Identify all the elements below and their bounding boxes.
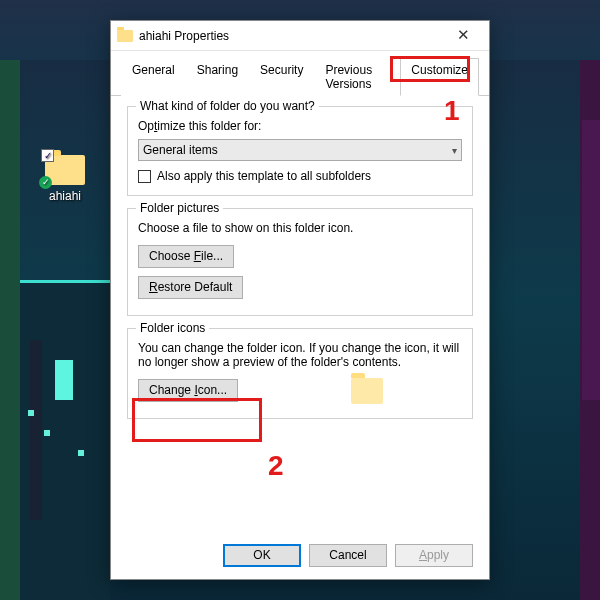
group-legend: What kind of folder do you want? <box>136 99 319 113</box>
checkbox-overlay-icon: ✓ <box>41 149 54 162</box>
apply-subfolders-checkbox[interactable]: Also apply this template to all subfolde… <box>138 169 462 183</box>
tab-general[interactable]: General <box>121 58 186 96</box>
folder-pictures-desc: Choose a file to show on this folder ico… <box>138 221 462 235</box>
close-icon: ✕ <box>457 26 470 43</box>
properties-dialog: ahiahi Properties ✕ General Sharing Secu… <box>110 20 490 580</box>
sync-status-icon: ✓ <box>39 176 52 189</box>
folder-icon: ✓ ✓ <box>45 155 85 185</box>
choose-file-button[interactable]: Choose File... <box>138 245 234 268</box>
folder-icons-desc: You can change the folder icon. If you c… <box>138 341 462 369</box>
dialog-title: ahiahi Properties <box>139 29 443 43</box>
dialog-footer: OK Cancel Apply <box>111 544 489 567</box>
tab-previous-versions[interactable]: Previous Versions <box>314 58 400 96</box>
group-legend: Folder icons <box>136 321 209 335</box>
tab-customize[interactable]: Customize <box>400 58 479 96</box>
group-folder-type: What kind of folder do you want? Optimiz… <box>127 106 473 196</box>
tab-security[interactable]: Security <box>249 58 314 96</box>
folder-icon-preview <box>351 378 383 404</box>
group-folder-icons: Folder icons You can change the folder i… <box>127 328 473 419</box>
chevron-down-icon: ▾ <box>452 145 457 156</box>
optimize-select[interactable]: General items ▾ <box>138 139 462 161</box>
apply-button: Apply <box>395 544 473 567</box>
optimize-label: Optimize this folder for: <box>138 119 462 133</box>
restore-default-button[interactable]: Restore Default <box>138 276 243 299</box>
group-folder-pictures: Folder pictures Choose a file to show on… <box>127 208 473 316</box>
apply-subfolders-label: Also apply this template to all subfolde… <box>157 169 371 183</box>
cancel-button[interactable]: Cancel <box>309 544 387 567</box>
tab-sharing[interactable]: Sharing <box>186 58 249 96</box>
desktop-folder-icon[interactable]: ✓ ✓ ahiahi <box>35 155 95 203</box>
group-legend: Folder pictures <box>136 201 223 215</box>
checkbox-icon <box>138 170 151 183</box>
ok-button[interactable]: OK <box>223 544 301 567</box>
close-button[interactable]: ✕ <box>443 22 483 50</box>
optimize-select-value: General items <box>143 143 218 157</box>
change-icon-button[interactable]: Change Icon... <box>138 379 238 402</box>
folder-icon <box>117 30 133 42</box>
desktop-icon-label: ahiahi <box>35 189 95 203</box>
titlebar[interactable]: ahiahi Properties ✕ <box>111 21 489 51</box>
tab-strip: General Sharing Security Previous Versio… <box>111 51 489 96</box>
